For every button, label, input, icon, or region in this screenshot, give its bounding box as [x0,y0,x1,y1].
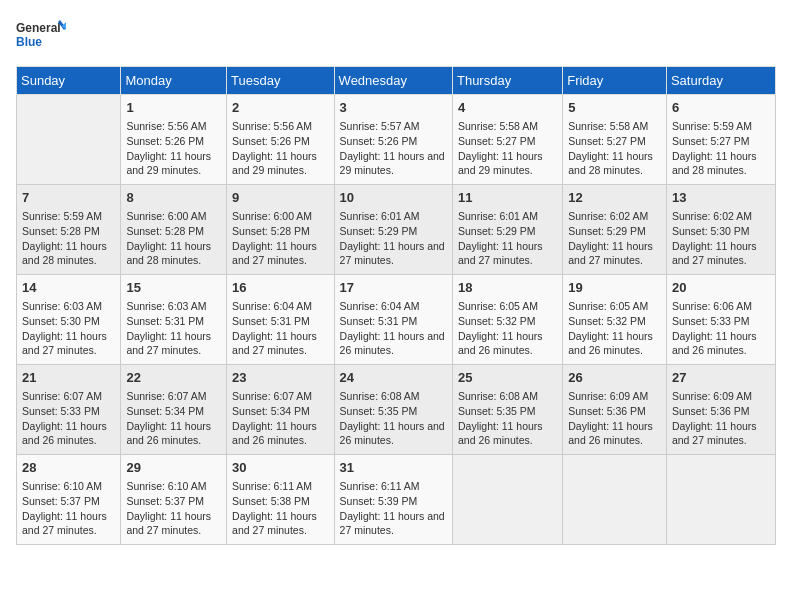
calendar-cell [563,455,667,545]
day-number: 16 [232,279,328,297]
day-info: Sunrise: 6:04 AM [340,300,420,312]
day-info: Sunset: 5:27 PM [458,135,536,147]
day-info: Sunset: 5:33 PM [22,405,100,417]
day-info: Daylight: 11 hours and 27 minutes. [672,420,757,447]
day-number: 19 [568,279,661,297]
calendar-cell: 6Sunrise: 5:59 AMSunset: 5:27 PMDaylight… [666,95,775,185]
logo-icon: General Blue [16,16,66,58]
day-number: 31 [340,459,447,477]
calendar-cell: 10Sunrise: 6:01 AMSunset: 5:29 PMDayligh… [334,185,452,275]
day-info: Daylight: 11 hours and 28 minutes. [126,240,211,267]
day-info: Sunset: 5:34 PM [232,405,310,417]
header-sunday: Sunday [17,67,121,95]
day-number: 23 [232,369,328,387]
day-info: Daylight: 11 hours and 27 minutes. [672,240,757,267]
day-info: Sunset: 5:26 PM [232,135,310,147]
calendar-cell: 15Sunrise: 6:03 AMSunset: 5:31 PMDayligh… [121,275,227,365]
day-number: 6 [672,99,770,117]
day-info: Sunset: 5:31 PM [340,315,418,327]
day-info: Sunset: 5:28 PM [232,225,310,237]
calendar-cell: 28Sunrise: 6:10 AMSunset: 5:37 PMDayligh… [17,455,121,545]
day-info: Sunrise: 5:59 AM [22,210,102,222]
header-tuesday: Tuesday [227,67,334,95]
calendar-table: SundayMondayTuesdayWednesdayThursdayFrid… [16,66,776,545]
calendar-cell [666,455,775,545]
day-info: Sunset: 5:38 PM [232,495,310,507]
day-info: Sunset: 5:29 PM [340,225,418,237]
calendar-cell: 19Sunrise: 6:05 AMSunset: 5:32 PMDayligh… [563,275,667,365]
day-info: Daylight: 11 hours and 29 minutes. [232,150,317,177]
day-info: Sunset: 5:34 PM [126,405,204,417]
day-info: Sunset: 5:28 PM [22,225,100,237]
calendar-cell: 24Sunrise: 6:08 AMSunset: 5:35 PMDayligh… [334,365,452,455]
day-info: Sunrise: 6:02 AM [568,210,648,222]
day-info: Daylight: 11 hours and 28 minutes. [22,240,107,267]
day-info: Daylight: 11 hours and 27 minutes. [232,330,317,357]
day-info: Sunset: 5:27 PM [672,135,750,147]
day-info: Sunrise: 6:01 AM [458,210,538,222]
day-info: Daylight: 11 hours and 27 minutes. [232,510,317,537]
day-info: Sunrise: 6:05 AM [568,300,648,312]
day-number: 9 [232,189,328,207]
day-info: Daylight: 11 hours and 27 minutes. [340,510,445,537]
calendar-cell: 18Sunrise: 6:05 AMSunset: 5:32 PMDayligh… [452,275,562,365]
day-number: 10 [340,189,447,207]
day-info: Sunrise: 6:06 AM [672,300,752,312]
day-info: Sunrise: 6:00 AM [126,210,206,222]
day-number: 20 [672,279,770,297]
calendar-cell: 30Sunrise: 6:11 AMSunset: 5:38 PMDayligh… [227,455,334,545]
calendar-cell: 31Sunrise: 6:11 AMSunset: 5:39 PMDayligh… [334,455,452,545]
day-number: 30 [232,459,328,477]
day-info: Sunrise: 6:05 AM [458,300,538,312]
day-info: Sunset: 5:32 PM [568,315,646,327]
day-number: 13 [672,189,770,207]
day-number: 3 [340,99,447,117]
day-number: 28 [22,459,115,477]
day-info: Daylight: 11 hours and 27 minutes. [22,510,107,537]
day-info: Sunrise: 6:08 AM [458,390,538,402]
day-info: Sunset: 5:31 PM [126,315,204,327]
day-info: Daylight: 11 hours and 26 minutes. [22,420,107,447]
day-info: Daylight: 11 hours and 29 minutes. [458,150,543,177]
day-info: Sunset: 5:36 PM [672,405,750,417]
day-info: Daylight: 11 hours and 29 minutes. [340,150,445,177]
day-info: Daylight: 11 hours and 26 minutes. [340,330,445,357]
day-info: Sunset: 5:30 PM [672,225,750,237]
day-info: Daylight: 11 hours and 27 minutes. [232,240,317,267]
day-info: Daylight: 11 hours and 29 minutes. [126,150,211,177]
header-friday: Friday [563,67,667,95]
day-info: Daylight: 11 hours and 27 minutes. [126,330,211,357]
calendar-cell: 7Sunrise: 5:59 AMSunset: 5:28 PMDaylight… [17,185,121,275]
day-info: Sunset: 5:33 PM [672,315,750,327]
day-info: Sunset: 5:26 PM [126,135,204,147]
day-info: Sunrise: 6:11 AM [232,480,312,492]
calendar-cell: 27Sunrise: 6:09 AMSunset: 5:36 PMDayligh… [666,365,775,455]
day-info: Sunrise: 5:59 AM [672,120,752,132]
svg-text:General: General [16,21,61,35]
day-info: Daylight: 11 hours and 27 minutes. [126,510,211,537]
calendar-cell: 3Sunrise: 5:57 AMSunset: 5:26 PMDaylight… [334,95,452,185]
day-info: Sunset: 5:29 PM [458,225,536,237]
header-wednesday: Wednesday [334,67,452,95]
day-info: Daylight: 11 hours and 26 minutes. [568,420,653,447]
day-number: 8 [126,189,221,207]
day-number: 22 [126,369,221,387]
day-number: 26 [568,369,661,387]
day-info: Daylight: 11 hours and 26 minutes. [232,420,317,447]
calendar-cell: 14Sunrise: 6:03 AMSunset: 5:30 PMDayligh… [17,275,121,365]
day-info: Sunrise: 6:09 AM [568,390,648,402]
day-info: Daylight: 11 hours and 26 minutes. [458,330,543,357]
calendar-cell: 2Sunrise: 5:56 AMSunset: 5:26 PMDaylight… [227,95,334,185]
calendar-cell: 20Sunrise: 6:06 AMSunset: 5:33 PMDayligh… [666,275,775,365]
day-info: Sunset: 5:28 PM [126,225,204,237]
day-number: 21 [22,369,115,387]
day-info: Sunrise: 5:58 AM [458,120,538,132]
day-info: Daylight: 11 hours and 26 minutes. [126,420,211,447]
header-saturday: Saturday [666,67,775,95]
day-info: Sunset: 5:35 PM [340,405,418,417]
day-info: Sunrise: 5:58 AM [568,120,648,132]
day-info: Sunset: 5:27 PM [568,135,646,147]
calendar-cell: 8Sunrise: 6:00 AMSunset: 5:28 PMDaylight… [121,185,227,275]
calendar-cell: 22Sunrise: 6:07 AMSunset: 5:34 PMDayligh… [121,365,227,455]
day-info: Sunrise: 6:11 AM [340,480,420,492]
